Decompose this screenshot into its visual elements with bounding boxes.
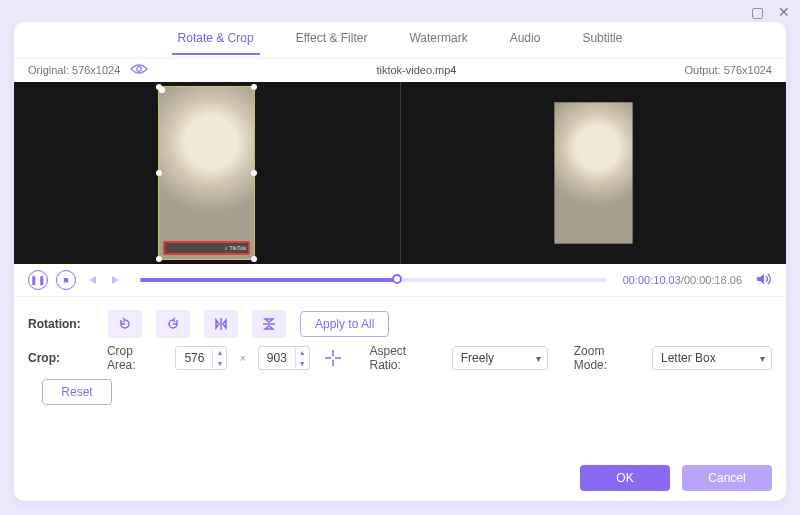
tab-watermark[interactable]: Watermark <box>403 23 473 55</box>
aspect-ratio-label: Aspect Ratio: <box>369 344 439 372</box>
ok-button[interactable]: OK <box>580 465 670 491</box>
flip-horizontal-button[interactable] <box>204 310 238 338</box>
crop-frame[interactable]: ♪ TikTok <box>159 87 254 259</box>
rotate-left-button[interactable] <box>108 310 142 338</box>
close-icon[interactable]: ✕ <box>778 5 790 19</box>
preview-header: Original: 576x1024 tiktok-video.mp4 Outp… <box>14 58 786 82</box>
tab-bar: Rotate & Crop Effect & Filter Watermark … <box>14 22 786 58</box>
tab-subtitle[interactable]: Subtitle <box>576 23 628 55</box>
svg-point-0 <box>137 67 142 72</box>
minimize-icon[interactable]: ▢ <box>751 5 764 19</box>
preview-area: ♪ TikTok <box>14 82 786 264</box>
crop-area-label: Crop Area: <box>107 344 163 372</box>
controls-section: Rotation: Apply to All Crop: Crop Area: … <box>14 296 786 405</box>
preview-toggle-icon[interactable] <box>130 62 148 78</box>
prev-frame-button[interactable] <box>84 270 100 290</box>
source-pane[interactable]: ♪ TikTok <box>14 82 400 264</box>
original-dimensions-label: Original: 576x1024 <box>28 64 120 76</box>
zoom-mode-select[interactable]: Letter Box <box>652 346 772 370</box>
crop-row: Crop: Crop Area: ▲▼ × ▲▼ Aspect Ratio: F… <box>28 341 772 375</box>
height-up[interactable]: ▲ <box>296 347 309 358</box>
width-up[interactable]: ▲ <box>213 347 226 358</box>
rotation-label: Rotation: <box>28 317 96 331</box>
current-time: 00:00:10.03 <box>623 274 681 286</box>
flip-vertical-button[interactable] <box>252 310 286 338</box>
output-frame <box>554 102 632 243</box>
crop-width-input[interactable]: ▲▼ <box>175 346 227 370</box>
tab-rotate-crop[interactable]: Rotate & Crop <box>172 23 260 55</box>
rotate-right-button[interactable] <box>156 310 190 338</box>
center-crop-button[interactable] <box>322 347 344 369</box>
seek-knob[interactable] <box>392 274 402 284</box>
aspect-ratio-select[interactable]: Freely <box>452 346 548 370</box>
crop-width-field[interactable] <box>176 351 212 365</box>
times-glyph: × <box>239 352 245 364</box>
total-time: /00:00:18.06 <box>681 274 742 286</box>
filename-label: tiktok-video.mp4 <box>148 64 684 76</box>
output-dimensions-label: Output: 576x1024 <box>685 64 772 76</box>
titlebar: ▢ ✕ <box>0 0 800 24</box>
seek-slider[interactable] <box>140 278 607 282</box>
volume-icon[interactable] <box>756 272 772 289</box>
playback-controls: ❚❚ ■ 00:00:10.03/00:00:18.06 <box>14 264 786 296</box>
tab-audio[interactable]: Audio <box>504 23 547 55</box>
tiktok-watermark-region: ♪ TikTok <box>163 241 250 255</box>
tab-effect-filter[interactable]: Effect & Filter <box>290 23 374 55</box>
cancel-button[interactable]: Cancel <box>682 465 772 491</box>
zoom-mode-label: Zoom Mode: <box>574 344 640 372</box>
crop-height-field[interactable] <box>259 351 295 365</box>
height-down[interactable]: ▼ <box>296 358 309 369</box>
reset-row: Reset <box>28 379 772 405</box>
footer-buttons: OK Cancel <box>580 465 772 491</box>
crop-label: Crop: <box>28 351 95 365</box>
pause-button[interactable]: ❚❚ <box>28 270 48 290</box>
rotation-row: Rotation: Apply to All <box>28 307 772 341</box>
next-frame-button[interactable] <box>108 270 124 290</box>
crop-height-input[interactable]: ▲▼ <box>258 346 310 370</box>
stop-button[interactable]: ■ <box>56 270 76 290</box>
output-pane <box>401 82 787 264</box>
reset-button[interactable]: Reset <box>42 379 112 405</box>
editor-panel: Rotate & Crop Effect & Filter Watermark … <box>14 22 786 501</box>
width-down[interactable]: ▼ <box>213 358 226 369</box>
apply-to-all-button[interactable]: Apply to All <box>300 311 389 337</box>
timecode: 00:00:10.03/00:00:18.06 <box>623 274 742 286</box>
